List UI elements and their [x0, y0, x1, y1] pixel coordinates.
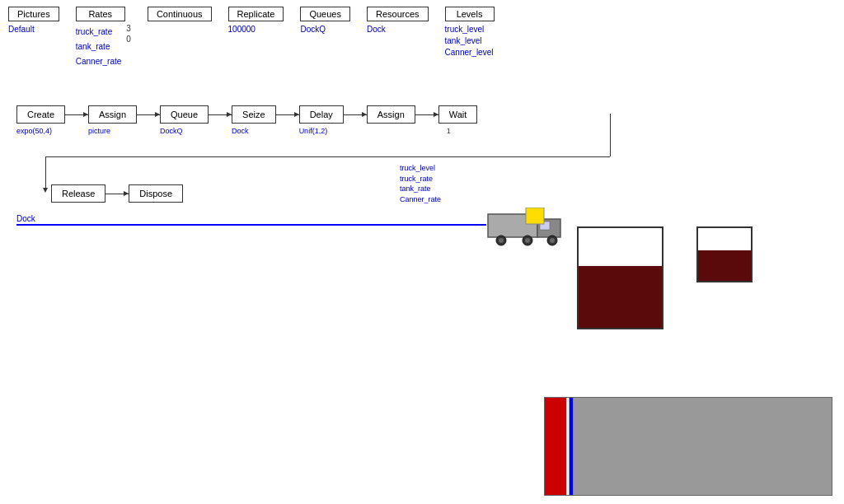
- assign2-wrapper: Assign: [367, 105, 415, 124]
- queue-wrapper: Queue DockQ: [160, 105, 209, 124]
- queue-label: DockQ: [160, 127, 183, 135]
- create-box[interactable]: Create: [16, 105, 65, 124]
- tank-large: [577, 226, 663, 329]
- tank-large-fill: [579, 266, 662, 328]
- arrow-6: [415, 114, 438, 115]
- tank-small: [696, 226, 753, 282]
- queues-sub: DockQ: [300, 24, 326, 35]
- assign2-labels: truck_level truck_rate tank_rate Canner_…: [400, 163, 441, 204]
- truck-svg: [486, 208, 569, 253]
- arrow-3: [209, 114, 232, 115]
- delay-wrapper: Delay Unif(1,2): [299, 105, 344, 124]
- bar-chart-blue-line: [570, 398, 573, 495]
- rates-group: Rates truck_rate tank_rate Canner_rate 3…: [76, 7, 131, 68]
- resources-button[interactable]: Resources: [367, 7, 429, 21]
- arrow-4: [276, 114, 299, 115]
- rates-canner-val: 0: [126, 35, 131, 44]
- levels-button[interactable]: Levels: [445, 7, 495, 21]
- arrow-r1: [106, 194, 129, 194]
- bar-chart: [544, 397, 832, 496]
- wait-box[interactable]: Wait: [438, 105, 478, 124]
- rates-button[interactable]: Rates: [76, 7, 125, 21]
- queues-button[interactable]: Queues: [300, 7, 350, 21]
- wait-label: 1: [447, 127, 451, 135]
- replicate-sub: 100000: [228, 24, 256, 35]
- dispose-wrapper: Dispose: [129, 184, 183, 203]
- rates-canner-label: Canner_rate: [76, 56, 122, 68]
- arrow-5: [344, 114, 367, 115]
- feedback-horiz: [45, 156, 610, 157]
- delay-label: Unif(1,2): [299, 127, 328, 135]
- svg-point-8: [550, 238, 555, 243]
- bar-chart-white-line: [566, 398, 569, 495]
- svg-rect-9: [526, 208, 544, 224]
- flow-row2: Release Dispose: [51, 184, 183, 203]
- seize-wrapper: Seize Dock: [232, 105, 276, 124]
- assign1-wrapper: Assign picture: [88, 105, 137, 124]
- top-bar: Pictures Default Rates truck_rate tank_r…: [0, 0, 844, 74]
- tank-small-fill: [698, 250, 751, 281]
- resources-sub: Dock: [367, 24, 386, 35]
- continuous-group: Continuous: [148, 7, 212, 21]
- bar-chart-red: [545, 398, 568, 495]
- delay-box[interactable]: Delay: [299, 105, 344, 124]
- continuous-button[interactable]: Continuous: [148, 7, 212, 21]
- release-wrapper: Release: [51, 184, 106, 203]
- create-label: expo(50,4): [16, 127, 52, 135]
- arrow-2: [137, 114, 160, 115]
- levels-group: Levels truck_level tank_level Canner_lev…: [445, 7, 495, 58]
- arrow-1: [65, 114, 88, 115]
- feedback-right-vert: [610, 114, 611, 156]
- svg-point-4: [499, 238, 504, 243]
- seize-box[interactable]: Seize: [232, 105, 276, 124]
- seize-label: Dock: [232, 127, 249, 135]
- resources-group: Resources Dock: [367, 7, 429, 35]
- queues-group: Queues DockQ: [300, 7, 350, 35]
- feedback-left-vert: [45, 156, 46, 191]
- rates-truck-label: truck_rate: [76, 26, 122, 38]
- truck-area: [486, 208, 569, 254]
- wait-wrapper: Wait 1: [438, 105, 478, 124]
- assign1-label: picture: [88, 127, 110, 135]
- levels-subs: truck_level tank_level Canner_level: [445, 24, 494, 58]
- assign1-box[interactable]: Assign: [88, 105, 137, 124]
- dock-label: Dock: [16, 214, 35, 223]
- blue-line: [16, 224, 486, 226]
- svg-point-6: [525, 238, 530, 243]
- feedback-arrow-down: [43, 188, 48, 193]
- queue-box[interactable]: Queue: [160, 105, 209, 124]
- flow-row1: Create expo(50,4) Assign picture Queue D…: [16, 105, 477, 124]
- assign2-box[interactable]: Assign: [367, 105, 415, 124]
- pictures-button[interactable]: Pictures: [8, 7, 59, 21]
- pictures-group: Pictures Default: [8, 7, 59, 35]
- replicate-button[interactable]: Replicate: [228, 7, 284, 21]
- rates-tank-label: tank_rate: [76, 41, 122, 53]
- release-box[interactable]: Release: [51, 184, 106, 203]
- create-wrapper: Create expo(50,4): [16, 105, 65, 124]
- dispose-box[interactable]: Dispose: [129, 184, 183, 203]
- pictures-sub: Default: [8, 24, 35, 35]
- replicate-group: Replicate 100000: [228, 7, 284, 35]
- rates-truck-val: 3: [126, 24, 131, 33]
